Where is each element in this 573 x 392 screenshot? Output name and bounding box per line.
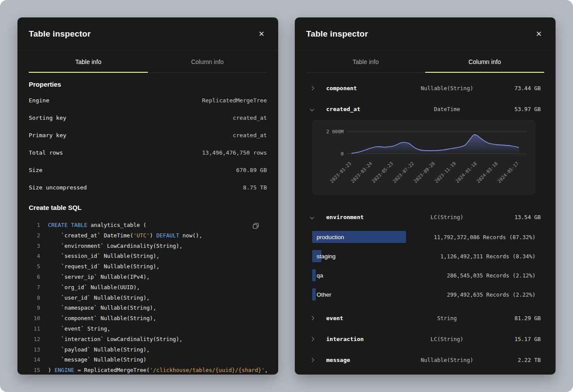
property-row: EngineReplicatedMergeTree	[29, 91, 267, 109]
column-type: Nullable(String)	[401, 85, 493, 91]
bar-row-Other: Other299,492,635 Records (2.22%)	[312, 285, 535, 304]
column-row-created_at[interactable]: created_atDateTime53.97 GB	[295, 98, 556, 119]
table-inspector-modal-column-info: Table inspector × Table info Column info…	[295, 17, 556, 375]
property-value: ReplicatedMergeTree	[202, 97, 267, 104]
line-number: 6	[29, 272, 40, 282]
bar-value: 286,545,035 Records (2.12%)	[447, 272, 535, 279]
property-row: Size670.89 GB	[29, 161, 267, 179]
table-inspector-modal-table-info: Table inspector × Table info Column info…	[17, 17, 278, 375]
line-number: 11	[29, 324, 40, 334]
sql-line: 11 `event` String,	[29, 324, 267, 334]
column-name: component	[326, 85, 401, 91]
bar-row-qa: qa286,545,035 Records (2.12%)	[312, 266, 535, 285]
property-label: Size	[29, 167, 42, 173]
tab-bar: Table info Column info	[29, 51, 267, 73]
column-name: interaction	[326, 336, 401, 342]
property-label: Primary key	[29, 132, 66, 139]
property-value: 13,496,476,750 rows	[202, 149, 267, 156]
chevron-right-icon	[310, 338, 315, 341]
bar-value: 299,492,635 Records (2.22%)	[447, 291, 535, 298]
page-title: Table inspector	[306, 29, 368, 39]
close-icon[interactable]: ×	[256, 28, 267, 40]
sql-line: 1CREATE TABLE analytics_table (	[29, 220, 267, 230]
chevron-right-icon	[310, 317, 315, 320]
column-name: created_at	[326, 106, 401, 112]
svg-text:2023-07-22: 2023-07-22	[392, 161, 415, 184]
line-number: 14	[29, 355, 40, 365]
svg-text:2024-03-18: 2024-03-18	[475, 161, 498, 184]
close-icon[interactable]: ×	[533, 28, 544, 40]
column-size: 73.44 GB	[493, 85, 541, 91]
bar-label: staging	[312, 253, 336, 260]
create-table-sql-heading: Create table SQL	[29, 204, 267, 211]
bar-value: 11,792,372,086 Records (87.32%)	[434, 234, 535, 240]
bar-label: qa	[312, 272, 323, 279]
column-row-environment[interactable]: environmentLC(String)13.54 GB	[295, 206, 556, 227]
column-name: event	[326, 315, 401, 321]
property-value: 670.89 GB	[236, 167, 267, 173]
sql-line: 8 `user_id` Nullable(String),	[29, 293, 267, 303]
column-size: 81.29 GB	[493, 315, 541, 321]
column-row-message[interactable]: messageNullable(String)2.22 TB	[295, 349, 556, 370]
tab-column-info[interactable]: Column info	[425, 51, 544, 72]
sql-line: 2 `created_at` DateTime('UTC') DEFAULT n…	[29, 230, 267, 241]
property-row: Size uncompressed8.75 TB	[29, 179, 267, 196]
chevron-down-icon	[310, 108, 315, 111]
chevron-down-icon	[310, 216, 315, 219]
property-label: Total rows	[29, 149, 63, 156]
bar-row-production: production11,792,372,086 Records (87.32%…	[312, 227, 535, 247]
line-number: 7	[29, 282, 40, 293]
svg-text:2024-05-17: 2024-05-17	[496, 161, 519, 184]
tab-table-info[interactable]: Table info	[306, 51, 425, 72]
svg-text:2 000M: 2 000M	[326, 129, 344, 135]
column-row-interaction[interactable]: interactionLC(String)15.17 GB	[295, 328, 556, 349]
line-number: 15	[29, 365, 40, 375]
sql-line: 15) ENGINE = ReplicatedMergeTree('/click…	[29, 365, 267, 375]
column-size: 53.97 GB	[493, 106, 541, 112]
tab-column-info[interactable]: Column info	[148, 51, 267, 72]
sql-line: 14 `message` Nullable(String)	[29, 355, 267, 365]
svg-text:2023-03-24: 2023-03-24	[350, 161, 373, 184]
svg-text:2023-11-19: 2023-11-19	[433, 161, 457, 184]
property-label: Engine	[29, 97, 49, 104]
line-number: 13	[29, 345, 40, 355]
svg-text:2024-01-18: 2024-01-18	[454, 161, 478, 184]
property-row: Sorting keycreated_at	[29, 109, 267, 126]
sql-code-block: 1CREATE TABLE analytics_table (2 `create…	[29, 220, 267, 375]
property-value: 8.75 TB	[243, 184, 267, 191]
svg-text:2023-09-20: 2023-09-20	[413, 161, 436, 184]
property-row: Total rows13,496,476,750 rows	[29, 144, 267, 161]
sql-line: 12 `interaction` LowCardinality(String),	[29, 334, 267, 345]
column-row-component[interactable]: componentNullable(String)73.44 GB	[295, 78, 556, 98]
property-value: created_at	[233, 132, 267, 139]
line-number: 4	[29, 251, 40, 261]
bar-row-staging: staging1,126,492,311 Records (8.34%)	[312, 247, 535, 266]
line-number: 2	[29, 230, 40, 241]
svg-text:2023-05-23: 2023-05-23	[371, 161, 394, 184]
line-number: 8	[29, 293, 40, 303]
line-number: 9	[29, 303, 40, 313]
property-label: Size uncompressed	[29, 184, 87, 191]
property-label: Sorting key	[29, 115, 66, 121]
line-number: 12	[29, 334, 40, 345]
column-name: message	[326, 357, 401, 363]
copy-icon[interactable]	[251, 221, 261, 232]
bar-label: Other	[312, 291, 331, 298]
column-size: 13.54 GB	[493, 214, 541, 220]
tab-table-info[interactable]: Table info	[29, 51, 148, 72]
chevron-right-icon	[310, 358, 315, 362]
sql-line: 3 `environment` LowCardinality(String),	[29, 241, 267, 251]
sql-line: 13 `payload` Nullable(String),	[29, 345, 267, 355]
column-type: Nullable(String)	[401, 357, 493, 363]
column-type: LC(String)	[401, 214, 493, 220]
sql-line: 5 `request_id` Nullable(String),	[29, 261, 267, 272]
line-number: 10	[29, 313, 40, 324]
created-at-distribution-chart: 2 000M02023-01-232023-03-242023-05-23202…	[312, 120, 535, 195]
environment-value-bars: production11,792,372,086 Records (87.32%…	[295, 227, 556, 304]
column-list: componentNullable(String)73.44 GBcreated…	[295, 78, 556, 370]
column-type: LC(String)	[401, 336, 493, 342]
column-row-event[interactable]: eventString81.29 GB	[295, 308, 556, 328]
sql-line: 9 `namespace` Nullable(String),	[29, 303, 267, 313]
line-number: 5	[29, 261, 40, 272]
svg-text:2023-01-23: 2023-01-23	[329, 161, 352, 184]
